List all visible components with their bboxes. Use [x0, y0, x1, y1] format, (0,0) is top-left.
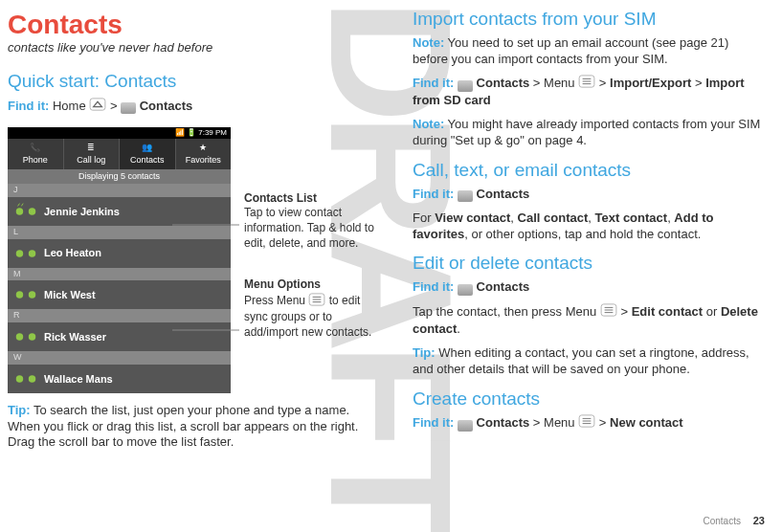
svg-point-9 [16, 333, 23, 340]
callout-title: Menu Options [244, 277, 378, 293]
footer-page-number: 23 [753, 515, 765, 526]
contacts-icon [458, 420, 473, 432]
tab-contacts: 👥Contacts [120, 139, 176, 169]
letter-header: R [8, 309, 231, 322]
tab-favorites: ★Favorites [176, 139, 232, 169]
cte-heading: Call, text, or email contacts [413, 159, 765, 183]
page-title: Contacts [8, 8, 378, 42]
status-bar: 📶 🔋 7:39 PM [8, 127, 231, 139]
callout-body: Press Menu to edit sync groups or to add… [244, 293, 378, 341]
page-subtitle: contacts like you've never had before [8, 40, 378, 56]
svg-point-2 [29, 208, 35, 214]
import-note: Note: You need to set up an email accoun… [413, 35, 765, 68]
list-item: Jennie Jenkins [8, 197, 231, 226]
cte-findit: Find it: Contacts [413, 187, 765, 203]
create-heading: Create contacts [413, 388, 765, 411]
home-label: Home [53, 99, 86, 113]
edit-tip: Tip: When editing a contact, you can set… [413, 345, 765, 378]
menu-icon [308, 293, 325, 311]
svg-point-12 [29, 375, 35, 382]
avatar-icon [8, 197, 44, 226]
phone-tabs: 📞Phone ≣Call log 👥Contacts ★Favorites [8, 139, 231, 169]
svg-point-5 [16, 250, 23, 256]
search-tip: Tip: To search the list, just open your … [8, 403, 378, 452]
quickstart-findit: Find it: Home > Contacts [8, 98, 378, 116]
menu-icon [578, 75, 595, 93]
callouts: Contacts List Tap to view contact inform… [244, 127, 378, 393]
svg-point-8 [29, 292, 35, 299]
contact-name: Jennie Jenkins [44, 205, 120, 218]
list-item: Mick West [8, 280, 231, 309]
callout-contacts-list: Contacts List Tap to view contact inform… [244, 191, 378, 251]
callout-title: Contacts List [244, 191, 378, 207]
contact-name: Leo Heaton [44, 246, 101, 259]
contacts-icon [121, 102, 136, 114]
letter-header: W [8, 351, 231, 365]
import-findit: Find it: Contacts > Menu > Import/Export… [413, 75, 765, 109]
cte-body: For View contact, Call contact, Text con… [413, 211, 765, 243]
tab-calllog: ≣Call log [64, 139, 121, 169]
tab-phone: 📞Phone [8, 139, 64, 169]
sep: > [110, 99, 118, 113]
menu-icon [600, 303, 617, 321]
home-icon [89, 98, 106, 116]
displaying-count: Displaying 5 contacts [8, 169, 231, 185]
right-column: Import contacts from your SIM Note: You … [395, 8, 765, 515]
avatar-icon [8, 322, 44, 351]
contacts-label: Contacts [140, 99, 193, 113]
svg-point-1 [16, 208, 23, 214]
contact-name: Wallace Mans [44, 372, 113, 386]
import-heading: Import contacts from your SIM [413, 8, 765, 32]
list-item: Leo Heaton [8, 239, 231, 268]
svg-point-11 [16, 375, 23, 382]
quickstart-heading: Quick start: Contacts [8, 70, 378, 94]
svg-rect-0 [90, 99, 105, 110]
left-column: Contacts contacts like you've never had … [8, 8, 395, 515]
edit-findit: Find it: Contacts [413, 279, 765, 296]
avatar-icon [8, 280, 44, 309]
contact-name: Mick West [44, 288, 96, 301]
list-item: Rick Wasser [8, 322, 231, 351]
create-findit: Find it: Contacts > Menu > New contact [413, 414, 765, 432]
callout-menu-options: Menu Options Press Menu to edit sync gro… [244, 277, 378, 340]
tip-label: Tip: [8, 403, 31, 417]
page-footer: Contacts 23 [704, 515, 766, 526]
status-time: 7:39 PM [198, 128, 227, 137]
svg-point-6 [29, 250, 35, 256]
contacts-icon [458, 80, 473, 92]
letter-header: J [8, 184, 231, 197]
letter-header: M [8, 268, 231, 281]
list-item: Wallace Mans [8, 365, 231, 393]
edit-body: Tap the contact, then press Menu > Edit … [413, 303, 765, 338]
contacts-icon [458, 284, 473, 296]
import-note2: Note: You might have already imported co… [413, 117, 765, 149]
phone-screenshot: 📶 🔋 7:39 PM 📞Phone ≣Call log 👥Contacts ★… [8, 127, 231, 393]
svg-line-3 [18, 204, 20, 207]
menu-icon [578, 414, 595, 432]
avatar-icon [8, 365, 44, 393]
svg-point-7 [16, 292, 23, 299]
letter-header: L [8, 226, 231, 239]
contacts-icon [458, 190, 473, 202]
findit-label: Find it: [8, 99, 49, 113]
contact-name: Rick Wasser [44, 330, 106, 344]
svg-line-4 [21, 204, 23, 207]
note-label: Note: [413, 35, 444, 50]
footer-section: Contacts [704, 516, 741, 526]
callout-body: Tap to view contact information. Tap & h… [244, 206, 378, 251]
avatar-icon [8, 239, 44, 268]
edit-heading: Edit or delete contacts [413, 252, 765, 276]
svg-point-10 [29, 333, 35, 340]
contact-list: J Jennie Jenkins L Leo Heaton M Mick Wes… [8, 184, 231, 392]
